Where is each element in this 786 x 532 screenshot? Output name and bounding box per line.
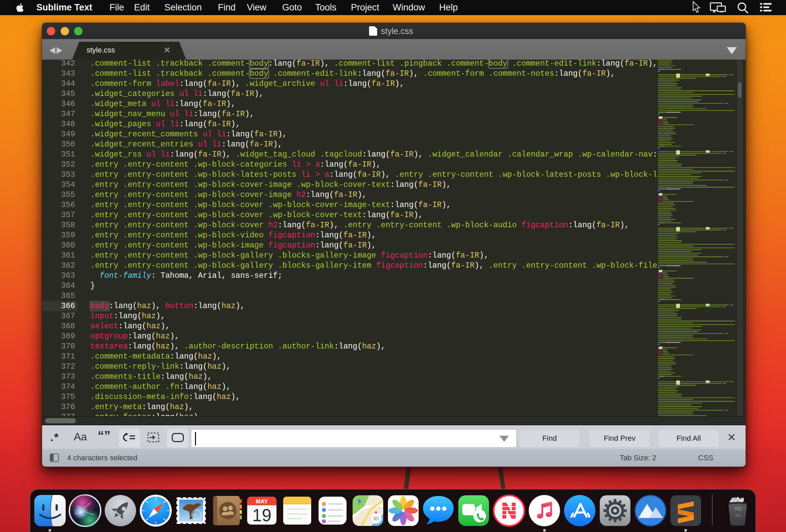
svg-text:3D: 3D bbox=[373, 516, 379, 521]
svg-text:MAY: MAY bbox=[256, 498, 268, 505]
svg-text:19: 19 bbox=[252, 505, 272, 525]
